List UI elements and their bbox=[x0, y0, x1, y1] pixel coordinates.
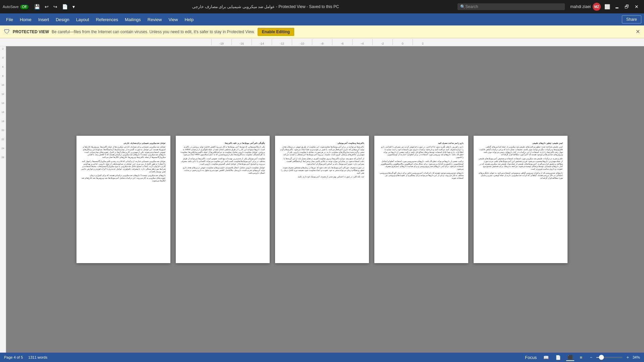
ruler-marks: -18 -16 -14 -12 -10 -8 -6 -4 -2 0 2 bbox=[34, 39, 610, 45]
page-2-extra: مقاومت آنتی‌بیوتیکی یکی از جدی‌ترین تهدی… bbox=[180, 158, 265, 165]
page-4-content: دارو را سر ساعت مصرف کنید دارو را هرروز … bbox=[374, 136, 468, 263]
undo-btn[interactable]: ↩ bbox=[43, 3, 50, 10]
page-3-extra: از آنجایی که منبع رشد دوباره باکتری‌ها و… bbox=[280, 158, 364, 165]
shield-icon: 🛡 bbox=[4, 28, 10, 35]
ruler-mark: -8 bbox=[312, 39, 332, 45]
page-4-text: دارو را هرروز با نظم بگیرید بدون جا اندا… bbox=[379, 146, 464, 159]
doc-title: عوامل ضد میکروبی شیمیایی برای مصارف خارج… bbox=[76, 4, 455, 9]
page-1[interactable]: عوامل ضد میکروبی شیمیایی برای مصارف خارج… bbox=[76, 136, 170, 263]
search-bar: 🔍 bbox=[458, 3, 565, 10]
page-3-extra3: چند نکته کلی: در صورت احساس بهتر شدن از … bbox=[280, 176, 364, 178]
status-right: Focus 📖 📄 ⬛ ≡ － ＋ 34% bbox=[524, 354, 640, 361]
pages-container: عوامل ضد میکروبی شیمیایی برای مصارف خارج… bbox=[70, 129, 574, 270]
menu-file[interactable]: File bbox=[3, 15, 16, 24]
user-area: mahdi ziaei MZ ⬜ bbox=[570, 3, 612, 11]
page-3-heading: باکتری‌ها و مقاومت آنتی‌بیوتیکی bbox=[280, 142, 364, 144]
page-3-text: باکتری‌ها می‌توانند در برابر آنتی‌بیوتیک… bbox=[280, 146, 364, 156]
ruler-mark: 2 bbox=[413, 39, 433, 45]
menu-layout[interactable]: Layout bbox=[73, 15, 93, 24]
search-icon: 🔍 bbox=[460, 4, 465, 9]
ribbon-display-btn[interactable]: ⬜ bbox=[603, 3, 612, 10]
ruler-mark: -2 bbox=[372, 39, 392, 45]
menu-help[interactable]: Help bbox=[181, 15, 197, 24]
print-layout-btn[interactable]: 📄 bbox=[554, 354, 562, 361]
menu-references[interactable]: References bbox=[93, 15, 121, 24]
page-1-extra: عوامل ضد میکروبی شیمیایی عبارتند از ترکی… bbox=[81, 160, 166, 173]
page-3[interactable]: باکتری‌ها و مقاومت آنتی‌بیوتیکی باکتری‌ه… bbox=[275, 136, 369, 263]
menu-mailings[interactable]: Mailings bbox=[121, 15, 144, 24]
enable-editing-button[interactable]: Enable Editing bbox=[258, 28, 294, 36]
page-1-content: عوامل ضد میکروبی شیمیایی برای مصارف خارج… bbox=[76, 136, 170, 263]
title-bar-left: AutoSave Off 💾 ↩ ↪ 📄 ▾ bbox=[3, 3, 76, 10]
page-3-extra2: در صورت مصرف خوراکی آنتی‌بیوتیک‌ها باید … bbox=[280, 167, 364, 174]
protected-view-banner: 🛡 PROTECTED VIEW Be careful—files from t… bbox=[0, 25, 644, 38]
ruler-mark: -16 bbox=[231, 39, 252, 45]
ruler-mark: -10 bbox=[292, 39, 312, 45]
user-avatar[interactable]: MZ bbox=[593, 3, 601, 11]
new-doc-btn[interactable]: 📄 bbox=[60, 3, 69, 10]
menu-home[interactable]: Home bbox=[16, 15, 35, 24]
page-4[interactable]: دارو را سر ساعت مصرف کنید دارو را هرروز … bbox=[374, 136, 468, 263]
search-input[interactable] bbox=[465, 4, 559, 9]
page-2-extra2: عوامل مقاومت دارویی شامل: انتقال پلاسمید… bbox=[180, 167, 265, 174]
page-5-text: ایمن طبیعی شناخته شده: چطور مراقبت‌های ط… bbox=[478, 146, 563, 156]
left-ruler: 2 4 6 8 10 12 14 16 18 20 22 24 26 bbox=[0, 46, 6, 353]
autosave-label: AutoSave bbox=[3, 5, 19, 9]
protected-view-close[interactable]: ✕ bbox=[636, 28, 640, 35]
page-4-extra: ترکیب بعضی از داروها می‌تواند خطرناک باش… bbox=[379, 160, 464, 171]
page-5-extra2: داروهای ضدویروسی که از ترکیبات ویروسی گی… bbox=[478, 172, 563, 180]
focus-mode-btn[interactable]: Focus bbox=[524, 354, 538, 361]
redo-btn[interactable]: ↪ bbox=[52, 3, 59, 10]
page-5[interactable]: ایمن طبیعی: چطور داروهای طبیعی ایمن طبیع… bbox=[474, 136, 568, 263]
menu-bar: File Home Insert Design Layout Reference… bbox=[0, 13, 644, 25]
save-icon-btn[interactable]: 💾 bbox=[33, 3, 42, 10]
autosave-toggle[interactable]: Off bbox=[20, 5, 29, 9]
ruler-mark: -4 bbox=[352, 39, 372, 45]
user-name-label: mahdi ziaei bbox=[570, 4, 591, 9]
page-3-content: باکتری‌ها و مقاومت آنتی‌بیوتیکی باکتری‌ه… bbox=[275, 136, 369, 263]
page-1-extra2: داروهای ضد میکروبی چیست؟ داروهای ضد میکر… bbox=[81, 174, 166, 182]
ruler-mark: -14 bbox=[252, 39, 272, 45]
protected-view-message: Be careful—files from the Internet can c… bbox=[52, 29, 255, 34]
autosave-area: AutoSave Off bbox=[3, 5, 29, 9]
menu-design[interactable]: Design bbox=[52, 15, 72, 24]
ruler-mark: -18 bbox=[211, 39, 231, 45]
ruler-mark: 0 bbox=[392, 39, 413, 45]
page-2-content: چگونگی تاثیر آنتی بیوتیک‌ها در بر علیه ب… bbox=[176, 136, 270, 263]
document-area[interactable]: عوامل ضد میکروبی شیمیایی برای مصارف خارج… bbox=[0, 46, 644, 353]
status-bar: Page 4 of 5 1311 words Focus 📖 📄 ⬛ ≡ － ＋… bbox=[0, 353, 644, 362]
zoom-in-btn[interactable]: ＋ bbox=[624, 354, 631, 361]
page-1-text: عوامل ضد میکروبی شیمیایی برای مصارف خارج… bbox=[81, 146, 166, 159]
outline-btn[interactable]: ≡ bbox=[578, 354, 584, 361]
zoom-area: － ＋ 34% bbox=[588, 354, 640, 361]
zoom-out-btn[interactable]: － bbox=[588, 354, 595, 361]
minimize-btn[interactable]: 🗕 bbox=[612, 3, 622, 10]
page-4-extra2: داروهای ضدویروسی موجود هستند که با ترکیب… bbox=[379, 172, 464, 180]
customize-btn[interactable]: ▾ bbox=[71, 3, 76, 10]
page-4-heading: دارو را سر ساعت مصرف کنید bbox=[379, 142, 464, 144]
zoom-level: 34% bbox=[633, 355, 640, 359]
ruler-mark: -6 bbox=[332, 39, 352, 45]
zoom-slider[interactable] bbox=[596, 357, 623, 358]
word-count: 1311 words bbox=[28, 355, 47, 359]
page-1-heading: عوامل ضد میکروبی شیمیایی برای مصارف خارج… bbox=[81, 142, 166, 144]
read-mode-btn[interactable]: 📖 bbox=[542, 354, 550, 361]
title-bar: AutoSave Off 💾 ↩ ↪ 📄 ▾ عوامل ضد میکروبی … bbox=[0, 0, 644, 13]
page-info: Page 4 of 5 bbox=[4, 355, 23, 359]
ruler-mark: -12 bbox=[272, 39, 292, 45]
menu-review[interactable]: Review bbox=[144, 15, 165, 24]
menu-insert[interactable]: Insert bbox=[35, 15, 53, 24]
protected-view-title: PROTECTED VIEW bbox=[13, 29, 49, 34]
page-5-heading: ایمن طبیعی: چطور داروهای طبیعی bbox=[478, 142, 563, 144]
share-button[interactable]: Share bbox=[622, 15, 641, 23]
page-2-heading: چگونگی تاثیر آنتی بیوتیک‌ها در بر علیه ب… bbox=[180, 142, 265, 144]
ruler: -18 -16 -14 -12 -10 -8 -6 -4 -2 0 2 bbox=[0, 38, 644, 46]
restore-btn[interactable]: 🗗 bbox=[622, 3, 632, 10]
page-5-extra: علم و تجربه در ترکیبات طبیعی ضد میکروبی … bbox=[478, 158, 563, 170]
page-2-text: یکی از مکانیسم‌هایی که توسط آنتی بیوتیک‌… bbox=[180, 146, 265, 156]
menu-view[interactable]: View bbox=[165, 15, 181, 24]
close-btn[interactable]: ✕ bbox=[632, 3, 641, 10]
page-2[interactable]: چگونگی تاثیر آنتی بیوتیک‌ها در بر علیه ب… bbox=[176, 136, 270, 263]
web-layout-btn[interactable]: ⬛ bbox=[566, 354, 574, 361]
page-5-content: ایمن طبیعی: چطور داروهای طبیعی ایمن طبیع… bbox=[474, 136, 568, 263]
